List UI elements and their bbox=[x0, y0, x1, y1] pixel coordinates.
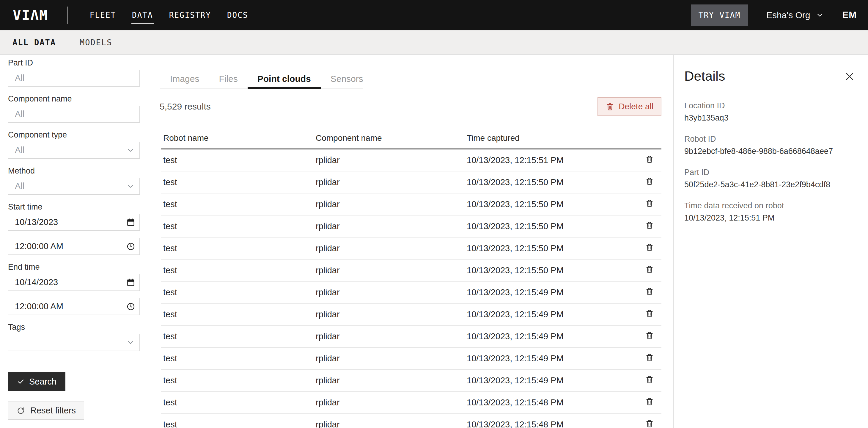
user-avatar[interactable]: EM bbox=[842, 10, 857, 21]
table-row[interactable]: test rplidar 10/13/2023, 12:15:49 PM bbox=[161, 282, 661, 304]
tab-models[interactable]: MODELS bbox=[80, 38, 112, 47]
tab-files[interactable]: Files bbox=[209, 74, 247, 88]
tab-sensors[interactable]: Sensors bbox=[321, 74, 373, 88]
cell-time-captured: 10/13/2023, 12:15:50 PM bbox=[467, 222, 641, 231]
cell-robot-name: test bbox=[163, 155, 316, 165]
table-row[interactable]: test rplidar 10/13/2023, 12:15:51 PM bbox=[161, 149, 661, 171]
part-id-input[interactable] bbox=[15, 73, 124, 83]
delete-row-button[interactable] bbox=[645, 397, 654, 406]
component-name-label: Component name bbox=[8, 94, 140, 104]
org-switcher[interactable]: Esha's Org bbox=[766, 10, 824, 20]
delete-row-button[interactable] bbox=[645, 353, 654, 363]
nav-item-docs[interactable]: DOCS bbox=[227, 0, 248, 30]
org-name: Esha's Org bbox=[766, 10, 810, 20]
cell-time-captured: 10/13/2023, 12:15:49 PM bbox=[467, 353, 641, 364]
nav-item-registry[interactable]: REGISTRY bbox=[169, 0, 211, 30]
detail-field-time-received: Time data received on robot 10/13/2023, … bbox=[684, 201, 857, 223]
column-header-component-name: Component name bbox=[316, 133, 467, 143]
delete-row-button[interactable] bbox=[645, 287, 654, 296]
cell-time-captured: 10/13/2023, 12:15:49 PM bbox=[467, 310, 641, 319]
trash-icon bbox=[645, 309, 654, 318]
delete-row-button[interactable] bbox=[645, 221, 654, 230]
tab-point-clouds[interactable]: Point clouds bbox=[248, 74, 321, 88]
tags-select[interactable] bbox=[8, 334, 140, 351]
tab-images[interactable]: Images bbox=[160, 74, 209, 88]
table-row[interactable]: test rplidar 10/13/2023, 12:15:48 PM bbox=[161, 392, 661, 414]
tab-all-data[interactable]: ALL DATA bbox=[12, 38, 56, 47]
navbar-right: TRY VIAM Esha's Org EM bbox=[691, 4, 857, 26]
start-time-label: Start time bbox=[8, 202, 140, 211]
table-row[interactable]: test rplidar 10/13/2023, 12:15:49 PM bbox=[161, 304, 661, 325]
cell-time-captured: 10/13/2023, 12:15:50 PM bbox=[467, 177, 641, 187]
cell-time-captured: 10/13/2023, 12:15:50 PM bbox=[467, 265, 641, 275]
delete-row-button[interactable] bbox=[645, 199, 654, 208]
delete-row-button[interactable] bbox=[645, 419, 654, 428]
table-row[interactable]: test rplidar 10/13/2023, 12:15:49 PM bbox=[161, 325, 661, 348]
cell-time-captured: 10/13/2023, 12:15:50 PM bbox=[467, 199, 641, 209]
start-date-input[interactable] bbox=[15, 217, 124, 227]
delete-all-button[interactable]: Delete all bbox=[597, 97, 661, 116]
filter-end-time: End time bbox=[8, 262, 140, 315]
cell-component-name: rplidar bbox=[316, 177, 467, 187]
end-date-input-wrap bbox=[8, 274, 140, 291]
chevron-down-icon bbox=[126, 338, 135, 347]
nav-item-data[interactable]: DATA bbox=[132, 0, 153, 30]
table-row[interactable]: test rplidar 10/13/2023, 12:15:50 PM bbox=[161, 194, 661, 216]
table-body: test rplidar 10/13/2023, 12:15:51 PM t bbox=[161, 149, 661, 428]
calendar-icon[interactable] bbox=[126, 278, 135, 287]
cell-component-name: rplidar bbox=[316, 420, 467, 428]
delete-row-button[interactable] bbox=[645, 265, 654, 275]
table-row[interactable]: test rplidar 10/13/2023, 12:15:50 PM bbox=[161, 171, 661, 194]
end-date-input[interactable] bbox=[15, 277, 124, 287]
clock-icon[interactable] bbox=[126, 242, 135, 251]
nav-item-fleet[interactable]: FLEET bbox=[90, 0, 116, 30]
table-row[interactable]: test rplidar 10/13/2023, 12:15:50 PM bbox=[161, 216, 661, 237]
close-details-button[interactable] bbox=[844, 71, 856, 83]
delete-row-button[interactable] bbox=[645, 155, 654, 164]
tags-label: Tags bbox=[8, 323, 140, 332]
table-row[interactable]: test rplidar 10/13/2023, 12:15:50 PM bbox=[161, 237, 661, 260]
delete-row-button[interactable] bbox=[645, 375, 654, 384]
part-id-label: Part ID bbox=[8, 58, 140, 67]
table-row[interactable]: test rplidar 10/13/2023, 12:15:49 PM bbox=[161, 370, 661, 392]
detail-field-location-id: Location ID h3yb135aq3 bbox=[684, 101, 857, 123]
trash-icon bbox=[645, 331, 654, 340]
primary-nav: FLEET DATA REGISTRY DOCS bbox=[90, 0, 248, 30]
cell-component-name: rplidar bbox=[316, 376, 467, 386]
chevron-down-icon bbox=[126, 146, 135, 154]
robot-id-value: 9b12ebcf-bfe8-486e-988b-6a668648aee7 bbox=[684, 147, 857, 156]
time-received-label: Time data received on robot bbox=[684, 201, 857, 210]
cell-component-name: rplidar bbox=[316, 287, 467, 297]
cell-time-captured: 10/13/2023, 12:15:51 PM bbox=[467, 155, 641, 165]
table-row[interactable]: test rplidar 10/13/2023, 12:15:48 PM bbox=[161, 414, 661, 428]
filter-sidebar: Part ID Component name Component type Al… bbox=[0, 55, 150, 428]
clock-icon[interactable] bbox=[126, 302, 135, 311]
component-name-input[interactable] bbox=[15, 109, 124, 119]
results-count: 5,529 results bbox=[160, 102, 211, 112]
cell-robot-name: test bbox=[163, 420, 316, 428]
delete-row-button[interactable] bbox=[645, 243, 654, 252]
delete-row-button[interactable] bbox=[645, 309, 654, 318]
filter-method: Method All bbox=[8, 166, 140, 195]
try-viam-button[interactable]: TRY VIAM bbox=[691, 4, 748, 26]
delete-row-button[interactable] bbox=[645, 177, 654, 186]
trash-icon bbox=[645, 221, 654, 230]
column-header-robot-name: Robot name bbox=[163, 133, 316, 143]
cell-time-captured: 10/13/2023, 12:15:48 PM bbox=[467, 398, 641, 407]
table-row[interactable]: test rplidar 10/13/2023, 12:15:49 PM bbox=[161, 348, 661, 370]
method-select[interactable]: All bbox=[8, 178, 140, 195]
reset-filters-button[interactable]: Reset filters bbox=[8, 401, 84, 420]
start-time-input[interactable] bbox=[15, 241, 124, 251]
trash-icon bbox=[645, 375, 654, 384]
end-time-input[interactable] bbox=[15, 302, 124, 311]
trash-icon bbox=[645, 397, 654, 406]
viam-logo[interactable]: VIΛM bbox=[13, 7, 48, 23]
search-button[interactable]: Search bbox=[8, 372, 65, 391]
end-time-label: End time bbox=[8, 262, 140, 272]
refresh-icon bbox=[17, 406, 25, 415]
table-row[interactable]: test rplidar 10/13/2023, 12:15:50 PM bbox=[161, 260, 661, 282]
cell-component-name: rplidar bbox=[316, 353, 467, 364]
delete-row-button[interactable] bbox=[645, 331, 654, 341]
component-type-select[interactable]: All bbox=[8, 142, 140, 159]
calendar-icon[interactable] bbox=[126, 218, 135, 227]
